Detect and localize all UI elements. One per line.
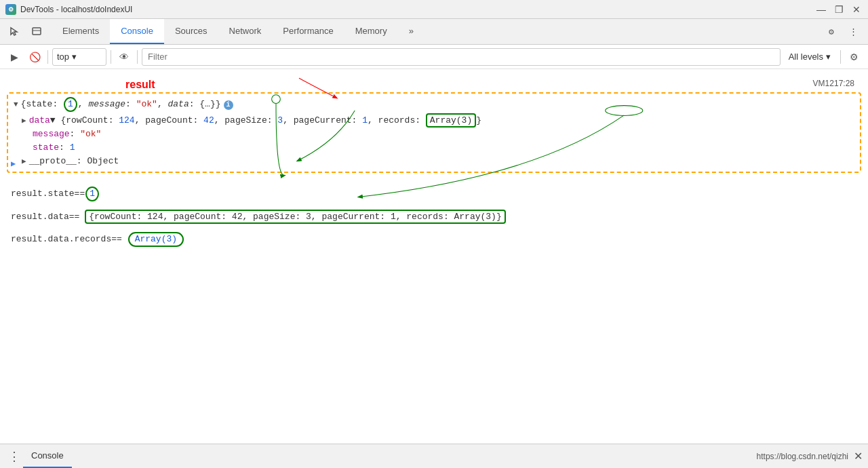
context-selector[interactable]: top ▾ xyxy=(52,48,106,66)
console-line-2: ▶ data ▼ {rowCount: 124 , pageCount: 42 … xyxy=(8,113,860,128)
svg-rect-0 xyxy=(33,28,41,35)
side-arrow-icon: ▶ xyxy=(11,159,16,169)
level-selector[interactable]: All levels ▾ xyxy=(783,48,836,66)
chevron-down-icon: ▾ xyxy=(72,52,77,62)
tabbar-tools xyxy=(0,19,52,44)
expand-icon[interactable]: ▼ xyxy=(14,100,18,109)
eye-icon[interactable]: 👁 xyxy=(115,48,133,66)
vm-ref: VM1217:28 xyxy=(813,79,854,88)
divider3 xyxy=(137,50,138,64)
output-line-2: result.data== {rowCount: 124, pageCount:… xyxy=(11,208,857,225)
devtools-icon: ⚙ xyxy=(5,4,16,15)
minimize-button[interactable]: — xyxy=(815,3,827,16)
inspect-icon[interactable] xyxy=(27,22,46,41)
divider xyxy=(47,50,48,64)
tab-memory[interactable]: Memory xyxy=(344,19,398,44)
console-line-5: ▶ __proto__: Object xyxy=(8,155,860,169)
tab-network[interactable]: Network xyxy=(218,19,273,44)
settings-icon[interactable]: ⚙ xyxy=(822,22,841,41)
tabbar: Elements Console Sources Network Perform… xyxy=(0,19,868,45)
state-value-circle: 1 xyxy=(85,187,99,201)
bottombar-url: https://blog.csdn.net/qizhi xyxy=(72,452,854,461)
tab-more[interactable]: » xyxy=(398,19,425,44)
titlebar: ⚙ DevTools - localhost/doIndexUI — ❐ ✕ xyxy=(0,0,868,19)
array3-highlight: Array(3) xyxy=(426,113,476,128)
output-section: result.state== 1 result.data== {rowCount… xyxy=(0,180,868,254)
restore-button[interactable]: ❐ xyxy=(833,3,845,16)
bottombar-close-button[interactable]: ✕ xyxy=(854,450,863,463)
tabs: Elements Console Sources Network Perform… xyxy=(52,19,816,44)
tab-console[interactable]: Console xyxy=(110,19,164,44)
play-button[interactable]: ▶ xyxy=(5,48,23,66)
settings2-icon[interactable]: ⚙ xyxy=(845,48,863,66)
output-line-1: result.state== 1 xyxy=(11,185,857,203)
bottombar: ⋮ Console https://blog.csdn.net/qizhi ✕ xyxy=(0,444,868,468)
bottombar-console-tab[interactable]: Console xyxy=(23,444,72,468)
divider2 xyxy=(111,50,111,64)
tab-elements[interactable]: Elements xyxy=(52,19,110,44)
menu-icon[interactable]: ⋮ xyxy=(844,22,863,41)
console-line-3: message : "ok" xyxy=(8,128,860,142)
console-line-1: ▼ {state: 1 , message: "ok" , data: {…}}… xyxy=(8,96,860,113)
data-value-rect: {rowCount: 124, pageCount: 42, pageSize:… xyxy=(85,210,506,224)
proto-expand-icon[interactable]: ▶ xyxy=(22,157,26,165)
state-circle: 1 xyxy=(64,97,77,112)
console-line-4: state : 1 xyxy=(8,142,860,155)
close-button[interactable]: ✕ xyxy=(850,3,863,16)
info-icon: i xyxy=(224,100,233,110)
tab-performance[interactable]: Performance xyxy=(272,19,344,44)
records-value-circle: Array(3) xyxy=(128,232,184,247)
cursor-icon[interactable] xyxy=(5,22,24,41)
console-main: result VM1217:28 ▼ {state: 1 , message: … xyxy=(0,69,868,444)
divider4 xyxy=(840,50,841,64)
output-line-3: result.data.records== Array(3) xyxy=(11,231,857,248)
chevron-down-icon2: ▾ xyxy=(826,52,831,62)
result-annotation: result xyxy=(125,79,155,91)
clear-button[interactable]: 🚫 xyxy=(26,48,43,66)
titlebar-title: DevTools - localhost/doIndexUI xyxy=(20,5,815,14)
console-result-box: VM1217:28 ▼ {state: 1 , message: "ok" , … xyxy=(7,92,861,173)
sub-expand-icon[interactable]: ▶ xyxy=(22,116,26,125)
filter-input[interactable] xyxy=(142,48,781,66)
console-output: result VM1217:28 ▼ {state: 1 , message: … xyxy=(0,69,868,256)
tabbar-right: ⚙ ⋮ xyxy=(816,19,868,44)
console-toolbar: ▶ 🚫 top ▾ 👁 All levels ▾ ⚙ xyxy=(0,45,868,69)
menu-dots-icon[interactable]: ⋮ xyxy=(5,448,23,465)
tab-sources[interactable]: Sources xyxy=(164,19,218,44)
window-controls: — ❐ ✕ xyxy=(815,3,863,16)
